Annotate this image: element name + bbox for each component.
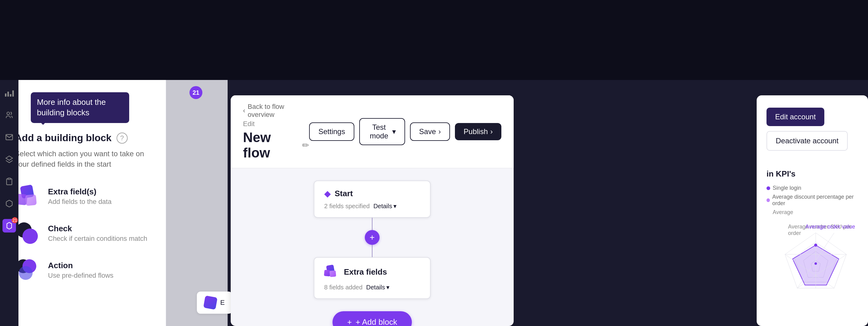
radar-label-avg-order: Average order value (805, 224, 855, 230)
account-buttons: Edit account Deactivate account (767, 108, 858, 151)
sidebar-item-layers[interactable] (2, 153, 16, 166)
chevron-right-icon: › (438, 127, 441, 136)
connector-1 (372, 218, 372, 230)
legend-single-login: Single login (773, 185, 801, 191)
block-text-action: Action Use pre-defined flows (48, 261, 114, 280)
save-button[interactable]: Save › (410, 122, 450, 141)
tooltip-bubble: More info about the building blocks (31, 92, 129, 123)
flow-panel: ‹ Back to flow overview Edit New flow ✏ … (231, 95, 514, 326)
start-details-button[interactable]: Details ▾ (373, 202, 397, 210)
check-icon (15, 221, 39, 246)
kpi-section: in KPI's Single login Average discount p… (767, 169, 858, 308)
add-block-plus-icon: + (347, 317, 352, 326)
add-between-button[interactable]: + (365, 230, 379, 245)
flow-header: ‹ Back to flow overview Edit New flow ✏ … (231, 95, 514, 168)
flow-title: New flow (243, 130, 297, 161)
sidebar-badge: 21 (12, 217, 18, 223)
flow-header-actions: Settings Test mode ▾ Save › Publish › (309, 118, 501, 145)
svg-point-0 (7, 112, 9, 115)
action-icon (15, 258, 39, 282)
svg-point-15 (814, 243, 817, 247)
start-node-title: ◆ Start (324, 189, 353, 199)
flow-header-left: ‹ Back to flow overview Edit New flow ✏ (243, 103, 309, 161)
deactivate-account-button[interactable]: Deactivate account (767, 131, 848, 151)
details-chevron-icon: ▾ (394, 202, 397, 210)
add-block-button[interactable]: + + Add block (333, 311, 412, 326)
chevron-down-icon: ▾ (392, 127, 396, 136)
sidebar-item-messages[interactable] (2, 130, 16, 144)
start-fields-text: 2 fields specified (324, 203, 370, 210)
panel-subtitle: Select which action you want to take on … (15, 149, 151, 169)
flow-canvas: ◆ Start 2 fields specified Details ▾ + (231, 168, 514, 326)
settings-button[interactable]: Settings (309, 122, 354, 141)
extra-fields-icon (15, 184, 39, 208)
edit-pencil-icon[interactable]: ✏ (302, 140, 309, 151)
help-icon[interactable]: ? (117, 133, 128, 143)
svg-marker-1 (6, 156, 12, 160)
flow-title-row: New flow ✏ (243, 130, 309, 161)
extra-fields-node[interactable]: Extra fields 8 fields added Details ▾ (314, 257, 431, 299)
edit-account-button[interactable]: Edit account (767, 108, 824, 126)
block-text-extra: Extra field(s) Add fields to the data (48, 187, 112, 206)
block-item-action[interactable]: Action Use pre-defined flows (15, 258, 151, 282)
publish-button[interactable]: Publish › (455, 123, 501, 140)
flow-edit-label: Edit (243, 120, 309, 128)
bottom-cube-icon (203, 296, 217, 310)
back-link[interactable]: ‹ Back to flow overview (243, 103, 309, 119)
bottom-element: E (197, 292, 232, 314)
top-bar (0, 0, 868, 80)
sidebar-item-clipboard[interactable] (2, 175, 16, 188)
block-text-check: Check Check if certain conditions match (48, 224, 147, 243)
diamond-icon: ◆ (324, 189, 331, 199)
back-arrow-icon: ‹ (243, 107, 245, 115)
svg-marker-3 (7, 222, 11, 229)
left-panel: More info about the building blocks Add … (0, 80, 166, 326)
sidebar-item-box[interactable] (2, 197, 16, 210)
start-node[interactable]: ◆ Start 2 fields specified Details ▾ (314, 181, 431, 218)
block-item-extra[interactable]: Extra field(s) Add fields to the data (15, 184, 151, 208)
extra-details-button[interactable]: Details ▾ (366, 284, 390, 291)
svg-rect-2 (8, 178, 11, 179)
block-list: Extra field(s) Add fields to the data Ch… (15, 184, 151, 282)
extra-fields-text: 8 fields added (324, 284, 363, 291)
sidebar-item-flow[interactable]: 21 (2, 219, 16, 232)
gray-badge: 21 (189, 86, 203, 99)
sidebar-item-users[interactable] (2, 108, 16, 122)
legend-avg-label: Average (773, 209, 858, 216)
block-item-check[interactable]: Check Check if certain conditions match (15, 221, 151, 246)
sidebar: 21 (0, 80, 19, 326)
panel-header: Add a building block ? (15, 132, 151, 143)
gray-panel (166, 80, 227, 326)
test-mode-button[interactable]: Test mode ▾ (359, 118, 405, 145)
extra-details-chevron-icon: ▾ (386, 284, 390, 291)
legend-avg-discount: Average discount percentage per order (772, 194, 858, 207)
extra-node-icon (324, 265, 338, 279)
right-panel: Edit account Deactivate account in KPI's… (757, 95, 868, 326)
panel-title: Add a building block (15, 132, 112, 143)
kpi-title: in KPI's (767, 169, 858, 179)
connector-2 (372, 245, 372, 257)
sidebar-item-chart[interactable] (2, 86, 16, 100)
publish-arrow-icon: › (490, 127, 493, 136)
svg-point-14 (814, 262, 817, 265)
extra-node-title: Extra fields (324, 265, 387, 279)
